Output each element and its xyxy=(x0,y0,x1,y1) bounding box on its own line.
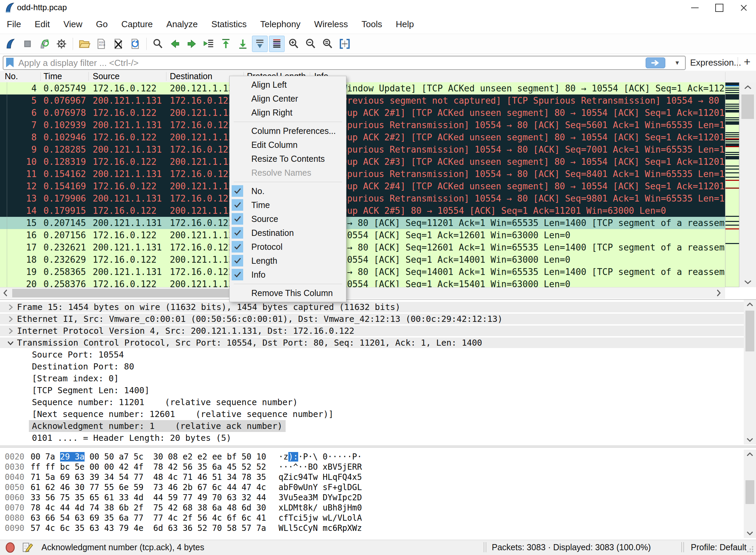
context-menu-item-protocol[interactable]: Protocol xyxy=(230,240,346,254)
menubar-item-statistics[interactable]: Statistics xyxy=(204,15,253,33)
hex-scroll-thumb[interactable] xyxy=(745,480,754,504)
context-menu-item-edit-column[interactable]: Edit Column xyxy=(230,138,346,152)
go-first-icon[interactable] xyxy=(218,36,234,52)
checkbox-checked-icon[interactable] xyxy=(232,227,243,239)
column-separator[interactable] xyxy=(725,72,725,81)
context-menu-item-align-left[interactable]: Align Left xyxy=(230,78,346,92)
hex-row[interactable]: 0030ff ff bc 5e 00 00 42 4f 78 42 56 35 … xyxy=(0,462,756,472)
packet-list-hscrollbar[interactable] xyxy=(0,287,725,299)
details-scroll-thumb[interactable] xyxy=(745,311,754,351)
close-file-icon[interactable] xyxy=(110,36,126,52)
zoom-reset-icon[interactable] xyxy=(320,36,336,52)
menubar-item-wireless[interactable]: Wireless xyxy=(307,15,355,33)
scroll-up-button[interactable] xyxy=(739,82,756,92)
column-header-destination[interactable]: Destination xyxy=(170,71,212,82)
packet-list-vscrollbar[interactable] xyxy=(739,82,756,287)
packet-row[interactable]: 100.128319172.16.0.122200.121.1.131[TCP … xyxy=(0,156,725,168)
detail-line[interactable]: Destination Port: 80 xyxy=(0,361,756,372)
auto-scroll-icon[interactable] xyxy=(252,36,268,52)
context-menu-item-no[interactable]: No. xyxy=(230,184,346,198)
menubar-item-edit[interactable]: Edit xyxy=(28,15,57,33)
go-forward-icon[interactable] xyxy=(184,36,200,52)
maximize-button[interactable] xyxy=(707,0,732,15)
context-menu-item-align-right[interactable]: Align Right xyxy=(230,106,346,120)
hex-row[interactable]: 004071 5a 69 63 39 34 54 77 48 4c 71 46 … xyxy=(0,472,756,482)
scroll-up-button[interactable] xyxy=(744,300,756,309)
detail-line[interactable]: Transmission Control Protocol, Src Port:… xyxy=(0,337,756,349)
go-last-icon[interactable] xyxy=(235,36,251,52)
packet-row[interactable]: 90.128285200.121.1.131172.16.0.122[TCP S… xyxy=(0,143,725,156)
packet-list-minimap-scrollbar[interactable] xyxy=(725,82,739,287)
menubar-item-view[interactable]: View xyxy=(57,15,89,33)
hex-row[interactable]: 009057 4c 6c 35 63 43 79 4e 6d 63 36 52 … xyxy=(0,523,756,533)
start-capture-icon[interactable] xyxy=(3,36,18,52)
scroll-down-button[interactable] xyxy=(739,277,756,287)
context-menu-item-resize-to-contents[interactable]: Resize To Contents xyxy=(230,152,346,166)
column-header-source[interactable]: Source xyxy=(93,71,120,82)
scroll-right-button[interactable] xyxy=(713,288,724,298)
context-menu-item-info[interactable]: Info xyxy=(230,268,346,282)
hex-vscrollbar[interactable] xyxy=(744,450,756,538)
expert-info-icon[interactable] xyxy=(5,541,16,555)
packet-row[interactable]: 110.154162200.121.1.131172.16.0.122[TCP … xyxy=(0,168,725,180)
checkbox-checked-icon[interactable] xyxy=(232,241,243,253)
menubar-item-go[interactable]: Go xyxy=(89,15,115,33)
expression-button[interactable]: Expression... xyxy=(690,57,741,68)
hex-row[interactable]: 002000 7a 29 3a 00 50 a7 5c 30 08 e2 e2 … xyxy=(0,452,756,462)
details-vscrollbar[interactable] xyxy=(744,300,756,445)
menubar-item-help[interactable]: Help xyxy=(389,15,420,33)
checkbox-checked-icon[interactable] xyxy=(232,213,243,225)
packet-row[interactable]: 130.179906200.121.1.131172.16.0.122[TCP … xyxy=(0,192,725,205)
filter-dropdown-caret[interactable]: ▾ xyxy=(676,58,679,67)
detail-line[interactable]: [Next sequence number: 12601 (relative s… xyxy=(0,408,756,420)
scroll-down-button[interactable] xyxy=(744,435,756,445)
detail-line[interactable]: Internet Protocol Version 4, Src: 200.12… xyxy=(0,325,756,337)
scroll-up-button[interactable] xyxy=(744,450,756,459)
detail-line[interactable]: [Stream index: 0] xyxy=(0,372,756,384)
context-menu-item-source[interactable]: Source xyxy=(230,212,346,226)
detail-line[interactable]: Ethernet II, Src: Vmware_c0:00:01 (00:50… xyxy=(0,313,756,325)
packet-row[interactable]: 190.258365200.121.1.131172.16.0.12210554… xyxy=(0,266,725,278)
checkbox-checked-icon[interactable] xyxy=(232,255,243,266)
menubar-item-file[interactable]: File xyxy=(0,15,28,33)
packet-row[interactable]: 180.232629172.16.0.122200.121.1.13180 → … xyxy=(0,254,725,266)
go-back-icon[interactable] xyxy=(167,36,183,52)
context-menu-item-remove-this-column[interactable]: Remove This Column xyxy=(230,286,346,300)
packet-row[interactable]: 160.207156172.16.0.122200.121.1.13180 → … xyxy=(0,229,725,241)
minimize-button[interactable] xyxy=(683,0,707,15)
save-file-icon[interactable]: 01010110 xyxy=(93,36,109,52)
capture-options-icon[interactable] xyxy=(54,36,69,52)
context-menu-item-column-preferences[interactable]: Column Preferences... xyxy=(230,124,346,138)
close-button[interactable] xyxy=(732,0,756,15)
menubar-item-analyze[interactable]: Analyze xyxy=(160,15,205,33)
capture-comment-icon[interactable] xyxy=(22,541,34,555)
packet-row[interactable]: 200.258376172.16.0.122200.121.1.13180 → … xyxy=(0,278,725,287)
packet-row[interactable]: 60.076978172.16.0.122200.121.1.131[TCP D… xyxy=(0,107,725,119)
detail-line[interactable]: Acknowledgment number: 1 (relative ack n… xyxy=(0,420,756,432)
reload-file-icon[interactable] xyxy=(127,36,143,52)
column-separator[interactable] xyxy=(166,72,166,81)
detail-line[interactable]: Frame 15: 1454 bytes on wire (11632 bits… xyxy=(0,301,756,313)
go-to-packet-icon[interactable] xyxy=(201,36,217,52)
zoom-out-icon[interactable] xyxy=(303,36,319,52)
packet-row[interactable]: 120.154169172.16.0.122200.121.1.131[TCP … xyxy=(0,180,725,192)
packet-row[interactable]: 150.207145200.121.1.131172.16.0.12210554… xyxy=(0,217,725,229)
detail-line[interactable]: Source Port: 10554 xyxy=(0,349,756,361)
context-menu-item-length[interactable]: Length xyxy=(230,254,346,268)
packet-row[interactable]: 170.232621200.121.1.131172.16.0.12210554… xyxy=(0,241,725,254)
column-separator[interactable] xyxy=(88,72,89,81)
filter-bookmark-icon[interactable] xyxy=(6,58,14,67)
zoom-in-icon[interactable] xyxy=(286,36,302,52)
resize-columns-icon[interactable] xyxy=(337,36,353,52)
find-packet-icon[interactable] xyxy=(150,36,166,52)
packet-row[interactable]: 80.102946172.16.0.122200.121.1.131[TCP D… xyxy=(0,131,725,143)
scroll-left-button[interactable] xyxy=(0,288,11,298)
hex-row[interactable]: 007078 4c 44 4d 74 38 6b 2f 75 42 68 38 … xyxy=(0,503,756,513)
display-filter-input[interactable]: Apply a display filter ... <Ctrl-/> ▾ xyxy=(3,56,686,70)
resize-grip[interactable] xyxy=(746,545,754,554)
scroll-down-button[interactable] xyxy=(744,528,756,538)
menubar-item-telephony[interactable]: Telephony xyxy=(253,15,307,33)
colorize-icon[interactable] xyxy=(269,36,285,52)
context-menu-item-time[interactable]: Time xyxy=(230,198,346,212)
packet-row[interactable]: 40.025749172.16.0.122200.121.1.131[TCP W… xyxy=(0,82,725,94)
